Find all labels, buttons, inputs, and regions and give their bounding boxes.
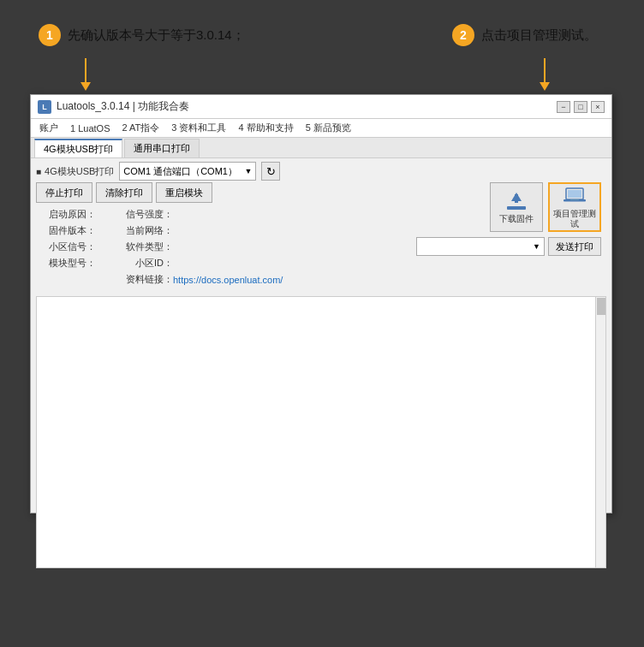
tab-usb-print[interactable]: 4G模块USB打印	[34, 139, 122, 157]
software-type-label: 软件类型：	[113, 240, 173, 253]
menu-at[interactable]: 2 AT指令	[116, 120, 164, 136]
info-columns: 启动原因： 固件版本： 小区信号：	[36, 208, 478, 289]
send-dropdown[interactable]: ▼	[416, 237, 545, 256]
stop-print-button[interactable]: 停止打印	[36, 182, 92, 203]
project-manage-button[interactable]: 项目管理测试	[548, 182, 601, 232]
download-firmware-button[interactable]: 下载固件	[490, 182, 543, 232]
laptop-icon	[562, 186, 587, 206]
com-row: ■ 4G模块USB打印 COM1 通信端口（COM1） ▼ ↻	[36, 162, 606, 181]
svg-rect-2	[515, 194, 518, 203]
cell-signal-label: 小区信号：	[36, 240, 96, 253]
doc-link-label: 资料链接：	[113, 273, 173, 286]
close-button[interactable]: ×	[591, 101, 605, 113]
module-id-label: 模块型号：	[36, 257, 96, 270]
menu-help[interactable]: 4 帮助和支持	[233, 120, 298, 136]
firmware-label: 固件版本：	[36, 224, 96, 237]
titlebar-left: L Luatools_3.0.14 | 功能我合奏	[38, 99, 189, 114]
step1-text: 先确认版本号大于等于3.0.14；	[68, 27, 245, 44]
cell-id-row: 小区ID：	[113, 257, 283, 270]
main-window: L Luatools_3.0.14 | 功能我合奏 − □ × 账户 1 Lua…	[30, 94, 612, 513]
scrollbar-thumb[interactable]	[597, 298, 605, 315]
app-icon: L	[38, 100, 51, 114]
com-refresh-button[interactable]: ↻	[261, 162, 280, 181]
project-manage-label: 项目管理测试	[550, 209, 599, 229]
send-print-button[interactable]: 发送打印	[548, 237, 601, 256]
scrollbar[interactable]	[595, 297, 605, 567]
action-buttons-row: 停止打印 清除打印 重启模块	[36, 182, 478, 203]
menubar: 账户 1 LuatOS 2 AT指令 3 资料和工具 4 帮助和支持 5 新品预…	[31, 119, 611, 138]
download-firmware-label: 下载固件	[499, 214, 534, 224]
module-id-row: 模块型号：	[36, 257, 96, 270]
step1-annotation: 1 先确认版本号大于等于3.0.14；	[39, 24, 245, 46]
cell-id-label: 小区ID：	[113, 257, 173, 270]
svg-rect-4	[568, 190, 581, 198]
step2-arrow	[540, 58, 550, 91]
upper-content: ■ 4G模块USB打印 COM1 通信端口（COM1） ▼ ↻ 停止打印 清除打…	[31, 158, 611, 293]
tabbar: 4G模块USB打印 通用串口打印	[31, 138, 611, 158]
firmware-row: 固件版本：	[36, 224, 96, 237]
menu-account[interactable]: 账户	[34, 120, 63, 136]
signal-strength-row: 信号强度：	[113, 208, 283, 221]
com-port-select[interactable]: COM1 通信端口（COM1） ▼	[119, 162, 256, 181]
svg-rect-0	[507, 206, 526, 210]
left-info-panel: 停止打印 清除打印 重启模块 启动原因： 固	[36, 182, 478, 289]
cell-signal-row: 小区信号：	[36, 240, 96, 253]
menu-luatos[interactable]: 1 LuatOS	[65, 122, 115, 135]
signal-strength-label: 信号强度：	[113, 208, 173, 221]
step1-arrow	[80, 58, 91, 91]
minimize-button[interactable]: −	[557, 101, 570, 113]
big-buttons-row: 下载固件 项目管理测试	[490, 182, 601, 232]
step1-circle: 1	[39, 24, 61, 46]
reset-module-button[interactable]: 重启模块	[156, 182, 212, 203]
step2-circle: 2	[452, 24, 474, 46]
info-left-column: 启动原因： 固件版本： 小区信号：	[36, 208, 96, 289]
window-controls: − □ ×	[557, 101, 605, 113]
info-right-column: 信号强度： 当前网络： 软件类型：	[113, 208, 283, 289]
clear-print-button[interactable]: 清除打印	[96, 182, 152, 203]
window-title: Luatools_3.0.14 | 功能我合奏	[57, 99, 189, 114]
menu-new[interactable]: 5 新品预览	[301, 120, 356, 136]
main-content-row: 停止打印 清除打印 重启模块 启动原因： 固	[36, 182, 606, 289]
maximize-button[interactable]: □	[574, 101, 587, 113]
current-network-row: 当前网络：	[113, 224, 283, 237]
titlebar: L Luatools_3.0.14 | 功能我合奏 − □ ×	[31, 95, 611, 119]
doc-link-row: 资料链接： https://docs.openluat.com/	[113, 273, 283, 286]
current-network-label: 当前网络：	[113, 224, 173, 237]
right-panel: 下载固件 项目管理测试	[478, 182, 606, 256]
tab-serial-print[interactable]: 通用串口打印	[124, 139, 200, 157]
startup-label: 启动原因：	[36, 208, 96, 221]
download-icon	[504, 191, 528, 211]
startup-row: 启动原因：	[36, 208, 96, 221]
svg-rect-6	[570, 199, 579, 200]
bottom-send-row: ▼ 发送打印	[416, 237, 601, 256]
step2-annotation: 2 点击项目管理测试。	[452, 24, 597, 46]
software-type-row: 软件类型：	[113, 240, 283, 253]
step2-text: 点击项目管理测试。	[481, 27, 597, 44]
log-area	[36, 296, 606, 568]
menu-resources[interactable]: 3 资料和工具	[166, 120, 231, 136]
doc-link[interactable]: https://docs.openluat.com/	[173, 275, 283, 285]
